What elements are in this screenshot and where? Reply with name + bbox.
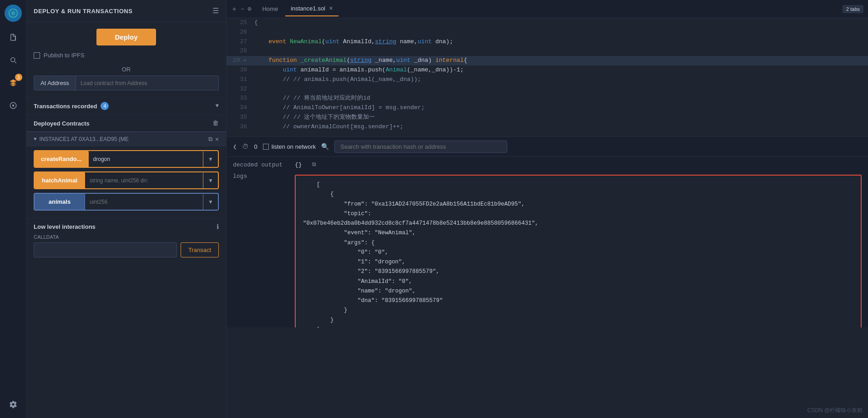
animals-method-chevron[interactable]: ▼ bbox=[203, 194, 218, 210]
low-level-info-icon: ℹ bbox=[217, 223, 219, 231]
publish-row: Publish to IPFS bbox=[26, 52, 226, 63]
code-line-27: 27 event NewAnimal(uint AnimalId,string … bbox=[227, 37, 868, 47]
search-input[interactable] bbox=[334, 141, 507, 153]
zoom-out-icon[interactable]: － bbox=[239, 5, 246, 13]
instance-title: INSTANCE1 AT 0XA13...EAD95 (ME bbox=[40, 136, 206, 142]
logs-row: logs [ { "from": "0xa131AD247055FD2e2aA8… bbox=[233, 173, 862, 327]
tabs-bar: ＋ － ⊙ Home instance1.sol ✕ 2 tabs bbox=[227, 0, 868, 18]
create-method-button[interactable]: createRando... bbox=[35, 151, 88, 167]
instance-copy-icon[interactable]: ⧉ bbox=[208, 136, 212, 143]
sidebar-icon-deploy[interactable]: 3 bbox=[6, 76, 20, 90]
clock-icon: ⏱ bbox=[242, 143, 248, 151]
sidebar-badge: 3 bbox=[15, 74, 22, 81]
low-level-title: Low level interactions bbox=[34, 223, 96, 230]
code-line-31: 31 // // animals.push(Animal(_name,_dna)… bbox=[227, 75, 868, 85]
code-line-26: 26 bbox=[227, 28, 868, 37]
zoom-icons: ＋ － ⊙ bbox=[231, 5, 251, 13]
hatch-method-button[interactable]: hatchAnimal bbox=[35, 172, 85, 188]
transact-button[interactable]: Transact bbox=[181, 242, 219, 257]
contract-methods: createRando... ▼ hatchAnimal ▼ animals ▼ bbox=[26, 146, 226, 218]
deploy-button[interactable]: Deploy bbox=[96, 29, 156, 45]
instance-chevron[interactable]: ▼ bbox=[34, 136, 37, 142]
calldata-label: CALLDATA bbox=[34, 234, 219, 240]
bottom-toolbar: ❮ ⏱ 0 listen on network 🔍 bbox=[227, 137, 868, 157]
or-divider: OR bbox=[26, 63, 226, 76]
low-level-header: Low level interactions ℹ bbox=[34, 223, 219, 231]
hatch-method-chevron[interactable]: ▼ bbox=[203, 173, 218, 188]
animals-method-button[interactable]: animals bbox=[35, 194, 85, 210]
publish-label: Publish to IPFS bbox=[44, 52, 85, 59]
deployed-contracts-header-left: Deployed Contracts bbox=[34, 120, 90, 127]
deployed-contracts-section[interactable]: Deployed Contracts 🗑 bbox=[26, 115, 226, 131]
logs-container: [ { "from": "0xa131AD247055FD2e2aA8b156A… bbox=[295, 173, 862, 327]
listen-network-checkbox[interactable] bbox=[263, 144, 269, 150]
decoded-output-copy-icon[interactable]: ⧉ bbox=[312, 161, 316, 168]
bottom-panel: ❮ ⏱ 0 listen on network 🔍 decoded output… bbox=[227, 136, 868, 327]
code-editor: 25 { 26 27 event NewAnimal(uint AnimalId… bbox=[227, 18, 868, 136]
panel-menu-icon[interactable]: ☰ bbox=[212, 6, 219, 15]
zoom-fit-icon[interactable]: ⊙ bbox=[247, 5, 251, 13]
hatch-method-input[interactable] bbox=[85, 173, 203, 188]
listen-network-row: listen on network bbox=[263, 143, 316, 150]
sidebar-icon-settings[interactable] bbox=[6, 397, 20, 412]
zoom-in-icon[interactable]: ＋ bbox=[231, 5, 237, 13]
animals-method-row: animals ▼ bbox=[34, 193, 219, 211]
low-level-section: Low level interactions ℹ CALLDATA Transa… bbox=[26, 218, 226, 262]
code-line-28: 28 bbox=[227, 46, 868, 56]
create-method-row: createRando... ▼ bbox=[34, 150, 219, 168]
code-line-35: 35 // // 这个地址下的宠物数量加一 bbox=[227, 113, 868, 122]
address-row: At Address bbox=[34, 76, 219, 91]
instance-close-icon[interactable]: ✕ bbox=[215, 136, 219, 143]
at-address-button[interactable]: At Address bbox=[34, 76, 76, 91]
panel-header: DEPLOY & RUN TRANSACTIONS ☰ bbox=[26, 0, 226, 22]
sidebar-icon-plugin[interactable] bbox=[6, 98, 20, 113]
app-logo bbox=[5, 5, 22, 22]
toolbar-count: 0 bbox=[254, 143, 257, 150]
icon-sidebar: 3 bbox=[0, 0, 26, 418]
watermark: CSDN @柠檬味小发糕 bbox=[807, 407, 863, 414]
transactions-title: Transactions recorded bbox=[34, 103, 97, 110]
code-line-34: 34 // AnimalToOwner[animalId] = msg.send… bbox=[227, 103, 868, 113]
trash-icon[interactable]: 🗑 bbox=[212, 120, 219, 127]
svg-point-2 bbox=[12, 105, 14, 107]
code-line-32: 32 bbox=[227, 85, 868, 94]
create-method-input[interactable] bbox=[88, 151, 203, 167]
contract-instance-header: ▼ INSTANCE1 AT 0XA13...EAD95 (ME ⧉ ✕ bbox=[26, 131, 226, 146]
decoded-output-label: decoded output bbox=[233, 161, 288, 168]
transactions-recorded-section[interactable]: Transactions recorded 4 ▼ bbox=[26, 97, 226, 115]
code-line-30: 30 uint animalId = animals.push(Animal(_… bbox=[227, 65, 868, 75]
chevron-down-icon[interactable]: ❮ bbox=[233, 143, 237, 151]
logs-box: [ { "from": "0xa131AD247055FD2e2aA8b156A… bbox=[295, 175, 862, 327]
hatch-method-row: hatchAnimal ▼ bbox=[34, 171, 219, 189]
sidebar-icon-search[interactable] bbox=[6, 53, 20, 67]
code-line-33: 33 // // 将当前地址对应此时的id bbox=[227, 94, 868, 103]
publish-checkbox[interactable] bbox=[34, 52, 40, 59]
transactions-badge: 4 bbox=[101, 102, 109, 110]
calldata-input[interactable] bbox=[34, 242, 177, 257]
panel-title: DEPLOY & RUN TRANSACTIONS bbox=[34, 8, 132, 15]
code-line-36: 36 // ownerAnimalCount[msg.sender]++; bbox=[227, 122, 868, 132]
decoded-output-value: {} bbox=[295, 161, 302, 168]
search-icon[interactable]: 🔍 bbox=[321, 143, 329, 151]
decoded-output-row: decoded output {} ⧉ bbox=[233, 161, 862, 168]
code-line-25: 25 { bbox=[227, 18, 868, 28]
logs-label: logs bbox=[233, 173, 288, 327]
listen-network-label: listen on network bbox=[272, 143, 316, 150]
tab-instance1-label: instance1.sol bbox=[291, 5, 325, 12]
tab-home-label: Home bbox=[262, 5, 278, 12]
logs-content: [ { "from": "0xa131AD247055FD2e2aA8b156A… bbox=[303, 180, 853, 327]
sidebar-icon-files[interactable] bbox=[6, 30, 20, 45]
deployed-contracts-title: Deployed Contracts bbox=[34, 120, 90, 127]
tab-instance1[interactable]: instance1.sol ✕ bbox=[285, 1, 338, 16]
tabs-count: 2 tabs bbox=[843, 5, 863, 13]
animals-method-input[interactable] bbox=[85, 194, 203, 210]
code-line-29: 29 ▸ function _createAnimal(string _name… bbox=[227, 56, 868, 65]
create-method-chevron[interactable]: ▼ bbox=[203, 151, 218, 167]
tab-instance1-close[interactable]: ✕ bbox=[329, 5, 333, 11]
calldata-row: Transact bbox=[34, 242, 219, 257]
svg-point-1 bbox=[11, 11, 15, 15]
load-contract-input[interactable] bbox=[76, 76, 219, 91]
tab-home[interactable]: Home bbox=[257, 2, 283, 16]
main-content: ＋ － ⊙ Home instance1.sol ✕ 2 tabs 25 { 2… bbox=[227, 0, 868, 418]
transactions-chevron: ▼ bbox=[216, 103, 219, 109]
